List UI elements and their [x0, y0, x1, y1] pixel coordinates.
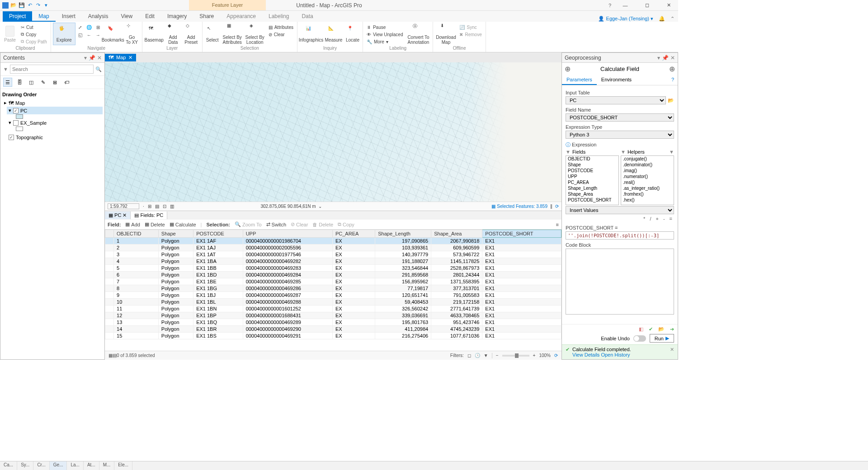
col-header[interactable] [105, 230, 114, 238]
gp-close-icon[interactable]: ✕ [670, 55, 675, 61]
add-preset-button[interactable]: ◇Add Preset [182, 23, 200, 45]
field-item[interactable]: UPP [566, 174, 618, 179]
run-button[interactable]: Run ▶ [650, 334, 674, 343]
select-button[interactable]: ↖Select [204, 23, 221, 45]
bookmarks-button[interactable]: 🔖Bookmarks [103, 23, 123, 45]
contents-search-input[interactable] [10, 65, 94, 74]
pause-labeling-button[interactable]: ⏸Pause [365, 24, 405, 31]
signed-in-user[interactable]: 👤 Egge-Jan (Tensing) ▾ [598, 16, 653, 22]
tab-share[interactable]: Share [193, 11, 220, 22]
layer-ex-checkbox[interactable] [13, 120, 19, 126]
tab-edit[interactable]: Edit [139, 11, 161, 22]
maximize-button[interactable]: ◻ [639, 0, 655, 10]
minimize-button[interactable]: — [618, 0, 633, 10]
remove-button[interactable]: ✖Remove [458, 31, 483, 38]
list-by-selection-icon[interactable]: ◫ [27, 78, 36, 87]
save-icon[interactable]: 💾 [18, 2, 25, 9]
table-row[interactable]: 15PolygonEX1 1BS00004000000000469291EX21… [105, 333, 561, 339]
helper-item[interactable]: .imag() [621, 168, 674, 174]
gp-help-icon[interactable]: ? [668, 75, 678, 85]
layer-pc-symbol[interactable] [16, 114, 23, 119]
list-by-labeling-icon[interactable]: 🏷 [62, 78, 71, 87]
close-map-tab-icon[interactable]: ✕ [128, 55, 132, 61]
nav-tool-1[interactable]: ⤢ [76, 24, 84, 31]
table-menu-icon[interactable]: ≡ [556, 222, 559, 227]
table-view-sel-icon[interactable]: ▤ [113, 353, 117, 358]
gp-tab-environments[interactable]: Environments [597, 75, 636, 85]
basemap-button[interactable]: 🗺Basemap [144, 23, 164, 45]
status-icon-1[interactable]: · [143, 204, 144, 209]
zoom-fixed-icon[interactable]: ◱ [76, 31, 84, 38]
status-icon-2[interactable]: ⊞ [148, 204, 151, 209]
layer-pc-checkbox[interactable] [13, 108, 19, 113]
helpers-list[interactable]: .conjugate().denominator().imag().numera… [621, 155, 674, 205]
helpers-filter-icon-2[interactable]: ▼ [669, 149, 674, 155]
tab-appearance[interactable]: Appearance [220, 11, 262, 22]
tab-imagery[interactable]: Imagery [161, 11, 193, 22]
switch-selection-button[interactable]: ⇄ Switch [266, 221, 286, 227]
table-row[interactable]: 13PolygonEX1 1BQ00004000000000469289EX19… [105, 319, 561, 326]
refresh-map-icon[interactable]: ⟳ [555, 204, 559, 209]
filter-by-time-icon[interactable]: 🕓 [475, 353, 480, 358]
input-table-select[interactable]: PC [566, 96, 666, 104]
selection-count-label[interactable]: ▦ Selected Features: 3.859 [491, 204, 547, 209]
map-view-tab[interactable]: 🗺Map✕ [105, 54, 136, 61]
view-unplaced-button[interactable]: 👁View Unplaced [365, 31, 405, 38]
gp-msg-links[interactable]: View Details Open History [572, 352, 631, 357]
layer-topo-checkbox[interactable] [9, 135, 14, 140]
list-by-editing-icon[interactable]: ✎ [38, 78, 47, 87]
tab-view[interactable]: View [114, 11, 139, 22]
table-row[interactable]: 9PolygonEX1 1BJ00004000000000469287EX120… [105, 292, 561, 299]
toc-layer-topographic[interactable]: Topographic [7, 134, 103, 141]
field-item[interactable]: POSTCODE [566, 168, 618, 174]
refresh-table-icon[interactable]: ⟳ [554, 353, 558, 358]
infographics-button[interactable]: 📊Infographics [299, 23, 323, 45]
collapse-ribbon-icon[interactable]: ⌃ [670, 16, 675, 22]
open-icon[interactable]: 📂 [10, 2, 17, 9]
pause-drawing-icon[interactable]: ‖ [550, 204, 552, 209]
status-icon-3[interactable]: ▤ [155, 204, 159, 209]
prev-extent-icon[interactable]: ← [85, 31, 93, 38]
field-name-select[interactable]: POSTCODE_SHORT [566, 113, 674, 122]
table-row[interactable]: 2PolygonEX1 1AJ00004000000002005596EX103… [105, 244, 561, 251]
table-row[interactable]: 10PolygonEX1 1BL00004000000000469288EX59… [105, 299, 561, 306]
autohide-icon[interactable]: 📌 [89, 55, 95, 61]
field-item[interactable]: Shape_Area [566, 191, 618, 197]
copy-button[interactable]: ⧉Copy [19, 31, 49, 38]
search-icon[interactable]: 🔍 [95, 66, 102, 72]
col-header[interactable]: OBJECTID [114, 230, 159, 238]
add-data-button[interactable]: ◆Add Data [165, 23, 181, 45]
attribute-table[interactable]: OBJECTIDShapePOSTCODEUPPPC_AREAShape_Len… [105, 230, 561, 351]
gp-dock-icon[interactable]: ▾ [657, 55, 660, 61]
status-icon-5[interactable]: ▥ [170, 204, 174, 209]
layer-ex-symbol[interactable] [16, 127, 23, 131]
fields-list[interactable]: OBJECTIDShapePOSTCODEUPPPC_AREAShape_Len… [566, 155, 619, 205]
close-button[interactable]: ✕ [661, 0, 676, 10]
undo-icon[interactable]: ↶ [26, 2, 33, 9]
gp-tab-parameters[interactable]: Parameters [562, 75, 597, 85]
gp-autohide-icon[interactable]: 📌 [662, 55, 669, 61]
col-header[interactable]: POSTCODE [193, 230, 243, 238]
dock-icon[interactable]: ▾ [84, 55, 87, 61]
attr-tab-fields[interactable]: ▤ Fields: PC [131, 212, 167, 219]
help-icon[interactable]: ? [609, 3, 611, 8]
delete-sel-button[interactable]: 🗑 Delete [312, 222, 333, 227]
select-by-attributes-button[interactable]: ▦Select By Attributes [222, 23, 243, 45]
map-canvas[interactable] [105, 62, 561, 202]
open-icon-2[interactable]: 📂 [658, 326, 665, 332]
close-pane-icon[interactable]: ✕ [97, 55, 102, 61]
list-by-snapping-icon[interactable]: ⊞ [50, 78, 59, 87]
select-by-location-button[interactable]: ◈Select By Location [244, 23, 266, 45]
code-block-input[interactable] [566, 249, 674, 315]
operator-buttons[interactable]: */+-= [566, 215, 674, 222]
erase-icon[interactable]: ◧ [639, 326, 643, 332]
nav-tool-2[interactable]: ⊞ [94, 24, 102, 31]
paste-button[interactable]: Paste [2, 23, 18, 45]
cut-button[interactable]: ✂Cut [19, 24, 49, 31]
measure-button[interactable]: 📐Measure [324, 23, 344, 45]
col-header[interactable]: PC_AREA [332, 230, 375, 238]
table-row[interactable]: 5PolygonEX1 1BB00004000000000469283EX323… [105, 265, 561, 272]
goto-xy-button[interactable]: ⊹Go To XY [124, 23, 140, 45]
tab-data[interactable]: Data [295, 11, 319, 22]
toc-layer-ex-sample[interactable]: ▾ EX_Sample [7, 119, 103, 127]
